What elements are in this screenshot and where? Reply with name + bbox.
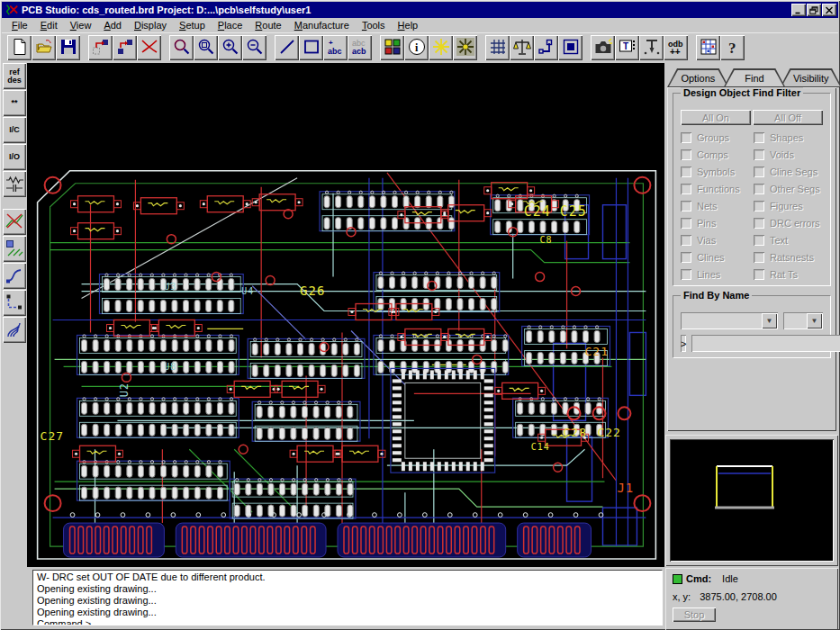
ic-button[interactable]: I/C (3, 117, 26, 143)
copy-block-button[interactable] (113, 35, 137, 60)
menu-manufacture[interactable]: Manufacture (288, 19, 356, 32)
menu-edit[interactable]: Edit (34, 19, 64, 32)
checkbox-ratsnests[interactable]: Ratsnests (754, 252, 823, 263)
checkbox-box[interactable] (681, 218, 691, 229)
checkbox-functions[interactable]: Functions (681, 184, 750, 194)
checkbox-box[interactable] (754, 235, 764, 246)
refdes-button[interactable]: refdes (3, 63, 26, 89)
open-file-button[interactable] (32, 35, 56, 60)
checkbox-box[interactable] (681, 166, 691, 177)
autoroute-button[interactable] (3, 317, 26, 343)
checkbox-box[interactable] (681, 184, 691, 194)
measure-button[interactable] (3, 290, 26, 316)
tab-find[interactable]: Find (724, 68, 786, 87)
pcb-canvas[interactable]: C24 C25G26C21C28C22C27J1C8C14U2U3U4U8 (27, 63, 664, 567)
checkbox-box[interactable] (681, 132, 691, 143)
checkbox-box[interactable] (681, 252, 691, 263)
checkbox-pins[interactable]: Pins (681, 218, 750, 229)
plot-camera-button[interactable] (591, 35, 615, 60)
checkbox-box[interactable] (681, 149, 691, 160)
shadow-mode-button[interactable] (558, 35, 583, 60)
odb-button[interactable]: odb++ (664, 35, 688, 60)
help-button[interactable]: ? (720, 35, 745, 60)
checkbox-box[interactable] (754, 184, 764, 194)
star-star-button[interactable]: ** (3, 90, 26, 116)
checkbox-box[interactable] (681, 235, 691, 246)
paste-block-button[interactable] (88, 35, 113, 60)
minimize-button[interactable] (791, 4, 806, 16)
drc-scale-button[interactable] (510, 35, 534, 60)
title-bar[interactable]: PCB Studio: cds_routed.brd Project: D:..… (2, 2, 838, 18)
checkbox-box[interactable] (754, 166, 764, 177)
checkbox-groups[interactable]: Groups (681, 132, 750, 143)
draw-rect-button[interactable] (299, 35, 323, 60)
menu-help[interactable]: Help (392, 19, 425, 32)
zoom-fit-button[interactable] (169, 35, 194, 60)
dehighlight-button[interactable] (453, 35, 477, 60)
checkbox-box[interactable] (754, 132, 764, 143)
route-button[interactable] (534, 35, 558, 60)
checkbox-box[interactable] (754, 252, 764, 263)
checkbox-other-segs[interactable]: Other Segs (754, 184, 823, 194)
discrete-button[interactable] (3, 171, 26, 197)
checkbox-clines[interactable]: Clines (681, 252, 750, 263)
checkbox-box[interactable] (681, 269, 691, 280)
checkbox-drc-errors[interactable]: DRC errors (754, 218, 823, 229)
menu-add[interactable]: Add (97, 19, 128, 32)
unroute-button[interactable] (3, 209, 26, 235)
menu-file[interactable]: File (5, 19, 34, 32)
stop-button[interactable]: Stop (673, 608, 716, 622)
zoom-box-button[interactable] (194, 35, 218, 60)
edit-text-button[interactable]: abcacb (348, 35, 372, 60)
draw-line-button[interactable] (275, 35, 299, 60)
menu-display[interactable]: Display (128, 19, 173, 32)
highlight-button[interactable] (429, 35, 453, 60)
all-off-button[interactable]: All Off (753, 110, 823, 125)
find-mode-combobox[interactable]: ▼ (783, 312, 823, 329)
checkbox-voids[interactable]: Voids (754, 149, 823, 160)
drill-button[interactable] (639, 35, 664, 60)
checkbox-nets[interactable]: Nets (681, 201, 750, 212)
tab-options[interactable]: Options (667, 68, 729, 87)
add-text-button[interactable]: +abc (323, 35, 348, 60)
slide-button[interactable] (3, 236, 26, 262)
menu-route[interactable]: Route (248, 19, 287, 32)
command-console[interactable]: W- DRC set OUT OF DATE due to different … (32, 570, 663, 626)
menu-setup[interactable]: Setup (173, 19, 212, 32)
checkbox-box[interactable] (754, 149, 764, 160)
find-type-combobox[interactable]: ▼ (681, 312, 778, 329)
close-button[interactable] (822, 4, 836, 16)
checkbox-rat-ts[interactable]: Rat Ts (754, 269, 823, 280)
color-palette-button[interactable] (380, 35, 404, 60)
save-file-button[interactable] (56, 35, 80, 60)
properties-button[interactable] (696, 35, 720, 60)
spline-button[interactable] (3, 263, 26, 289)
checkbox-text[interactable]: Text (754, 235, 823, 246)
tab-visibility[interactable]: Visibility (780, 68, 840, 87)
menu-place[interactable]: Place (212, 19, 249, 32)
checkbox-comps[interactable]: Comps (681, 149, 750, 160)
new-file-button[interactable] (7, 35, 32, 60)
checkbox-box[interactable] (754, 218, 764, 229)
checkbox-vias[interactable]: Vias (681, 235, 750, 246)
io-button[interactable]: I/O (3, 144, 26, 170)
menu-view[interactable]: View (64, 19, 98, 32)
restore-button[interactable] (807, 4, 821, 16)
find-name-input[interactable] (691, 335, 840, 352)
chevron-down-icon[interactable]: ▼ (807, 313, 822, 328)
checkbox-symbols[interactable]: Symbols (681, 166, 750, 177)
delete-button[interactable] (137, 35, 161, 60)
checkbox-cline-segs[interactable]: Cline Segs (754, 166, 823, 177)
all-on-button[interactable]: All On (681, 110, 751, 125)
info-button[interactable]: i (404, 35, 429, 60)
checkbox-shapes[interactable]: Shapes (754, 132, 823, 143)
checkbox-box[interactable] (681, 201, 691, 212)
world-view[interactable] (670, 439, 834, 562)
artwork-button[interactable]: T (615, 35, 639, 60)
zoom-in-button[interactable] (218, 35, 242, 60)
checkbox-box[interactable] (754, 201, 764, 212)
menu-tools[interactable]: Tools (356, 19, 392, 32)
checkbox-lines[interactable]: Lines (681, 269, 750, 280)
zoom-out-button[interactable] (242, 35, 266, 60)
grid-button[interactable] (485, 35, 510, 60)
